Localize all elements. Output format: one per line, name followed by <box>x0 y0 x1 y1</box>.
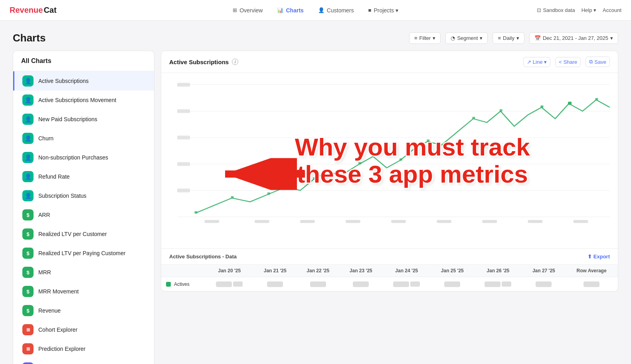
date-range-button[interactable]: 📅 Dec 21, 2021 - Jan 27, 2025 ▾ <box>529 32 618 44</box>
revenue-icon: $ <box>22 305 34 316</box>
sidebar-item-new-paid-subscriptions[interactable]: 👤 New Paid Subscriptions <box>13 110 154 129</box>
data-table: Jan 20 '25 Jan 21 '25 Jan 22 '25 Jan 23 … <box>161 264 618 291</box>
svg-rect-19 <box>500 109 502 112</box>
save-button[interactable]: ⧉ Save <box>586 57 610 67</box>
sidebar-label-mrr-movement: MRR Movement <box>38 288 79 295</box>
sidebar-item-prediction-explorer[interactable]: ⊞ Prediction Explorer <box>13 339 154 358</box>
svg-rect-25 <box>300 220 315 223</box>
churn-icon: 👤 <box>22 133 34 144</box>
info-icon[interactable]: i <box>232 59 238 65</box>
svg-rect-28 <box>437 220 451 223</box>
sidebar-item-non-subscription-purchases[interactable]: 👤 Non-subscription Purchases <box>13 148 154 167</box>
table-col-jan26: Jan 26 '25 <box>474 265 522 277</box>
sidebar-item-refund-rate[interactable]: 👤 Refund Rate <box>13 167 154 186</box>
table-col-jan20: Jan 20 '25 <box>205 265 253 277</box>
nav-projects[interactable]: ■ Projects ▾ <box>363 5 404 16</box>
mrr-movement-icon: $ <box>22 286 34 297</box>
table-cell-jan27 <box>522 277 566 291</box>
customers-icon: 👤 <box>318 7 324 13</box>
nav-charts[interactable]: 📊 Charts <box>271 5 309 16</box>
sidebar-item-cohort-explorer[interactable]: ⊞ Cohort Explorer <box>13 320 154 339</box>
nav-customers[interactable]: 👤 Customers <box>313 5 360 16</box>
sidebar-label-non-subscription-purchases: Non-subscription Purchases <box>38 154 108 161</box>
filter-icon: ≡ <box>414 35 417 41</box>
table-cell-jan26 <box>474 277 522 291</box>
table-col-jan25: Jan 25 '25 <box>431 265 474 277</box>
chart-area: Why you must track these 3 app metrics <box>161 73 618 248</box>
sidebar-label-active-subscriptions-movement: Active Subscriptions Movement <box>38 97 116 103</box>
svg-rect-31 <box>574 220 588 223</box>
table-cell-jan21 <box>253 277 297 291</box>
help-btn[interactable]: Help ▾ <box>582 7 596 13</box>
page-title: Charts <box>13 32 45 44</box>
sandbox-data-btn[interactable]: ⊡ Sandbox data <box>537 7 575 13</box>
line-chart-button[interactable]: ↗ Line ▾ <box>523 57 550 67</box>
projects-icon: ■ <box>368 7 372 13</box>
daily-label: Daily <box>503 35 514 41</box>
export-button[interactable]: ⬆ Export <box>587 254 610 260</box>
sidebar-label-realized-ltv-paying: Realized LTV per Paying Customer <box>38 250 125 256</box>
table-col-jan21: Jan 21 '25 <box>253 265 297 277</box>
svg-rect-20 <box>541 106 544 108</box>
sidebar-item-active-subscriptions[interactable]: 👤 Active Subscriptions <box>13 71 154 91</box>
table-cell-actives-label: Actives <box>161 277 205 291</box>
sidebar-item-mrr[interactable]: $ MRR <box>13 263 154 282</box>
sidebar-item-mrr-movement[interactable]: $ MRR Movement <box>13 282 154 301</box>
svg-rect-24 <box>255 220 269 223</box>
table-cell-jan25 <box>431 277 474 291</box>
filter-button[interactable]: ≡ Filter ▾ <box>409 32 441 44</box>
prediction-explorer-icon: ⊞ <box>22 343 34 354</box>
chart-title: Active Subscriptions <box>169 59 229 65</box>
daily-button[interactable]: ≡ Daily ▾ <box>493 32 524 44</box>
segment-chevron-icon: ▾ <box>480 35 483 41</box>
segment-button[interactable]: ◔ Segment ▾ <box>445 32 488 44</box>
table-col-row-avg: Row Average <box>565 265 618 277</box>
sidebar-item-active-subscriptions-movement[interactable]: 👤 Active Subscriptions Movement <box>13 91 154 110</box>
filter-chevron-icon: ▾ <box>433 35 435 41</box>
page-header-row: Charts ≡ Filter ▾ ◔ Segment ▾ ≡ Daily ▾ … <box>13 32 618 44</box>
refund-rate-icon: 👤 <box>22 171 34 182</box>
brand-logo[interactable]: RevenueCat <box>10 6 57 15</box>
actives-text: Actives <box>174 281 190 287</box>
realized-ltv-customer-icon: $ <box>22 228 34 240</box>
svg-rect-13 <box>267 192 270 195</box>
svg-rect-27 <box>391 220 406 223</box>
table-col-jan27: Jan 27 '25 <box>522 265 566 277</box>
sidebar: All Charts 👤 Active Subscriptions 👤 Acti… <box>13 51 154 364</box>
logo-revenue: Revenue <box>10 6 43 15</box>
sidebar-item-churn[interactable]: 👤 Churn <box>13 129 154 148</box>
nav-projects-label: Projects ▾ <box>374 7 398 14</box>
chart-panel-header: Active Subscriptions i ↗ Line ▾ < Share … <box>161 51 618 73</box>
svg-rect-14 <box>313 177 316 180</box>
svg-rect-7 <box>177 109 190 113</box>
svg-rect-10 <box>177 189 190 192</box>
sidebar-item-revenue[interactable]: $ Revenue <box>13 301 154 320</box>
nav-charts-label: Charts <box>286 7 303 14</box>
nav-overview[interactable]: ⊞ Overview <box>227 5 268 16</box>
realized-ltv-paying-icon: $ <box>22 248 34 259</box>
sidebar-item-subscription-status[interactable]: 👤 Subscription Status <box>13 186 154 205</box>
sidebar-item-realized-ltv-paying[interactable]: $ Realized LTV per Paying Customer <box>13 244 154 263</box>
charts-icon: 📊 <box>277 7 283 13</box>
chart-actions: ↗ Line ▾ < Share ⧉ Save <box>523 57 610 67</box>
sidebar-item-realized-ltv-customer[interactable]: $ Realized LTV per Customer <box>13 224 154 244</box>
share-button[interactable]: < Share <box>555 57 581 67</box>
svg-rect-9 <box>177 162 190 166</box>
account-btn[interactable]: Account <box>603 7 621 13</box>
arr-icon: $ <box>22 209 34 220</box>
sidebar-item-conversion-to-paying[interactable]: ◉ Conversion to Paying <box>13 358 154 364</box>
toolbar: ≡ Filter ▾ ◔ Segment ▾ ≡ Daily ▾ 📅 Dec 2… <box>409 32 618 44</box>
page-wrapper: Charts ≡ Filter ▾ ◔ Segment ▾ ≡ Daily ▾ … <box>0 21 631 364</box>
svg-rect-12 <box>231 196 234 199</box>
account-label: Account <box>603 7 621 13</box>
chart-panel: Active Subscriptions i ↗ Line ▾ < Share … <box>161 51 618 291</box>
subscription-status-icon: 👤 <box>22 190 34 201</box>
sidebar-label-refund-rate: Refund Rate <box>38 173 70 180</box>
sidebar-label-mrr: MRR <box>38 269 51 275</box>
chart-title-area: Active Subscriptions i <box>169 59 238 65</box>
help-label: Help ▾ <box>582 7 596 13</box>
share-icon: < <box>559 59 562 65</box>
mrr-icon: $ <box>22 267 34 278</box>
sidebar-item-arr[interactable]: $ ARR <box>13 205 154 224</box>
table-cell-jan23 <box>340 277 383 291</box>
